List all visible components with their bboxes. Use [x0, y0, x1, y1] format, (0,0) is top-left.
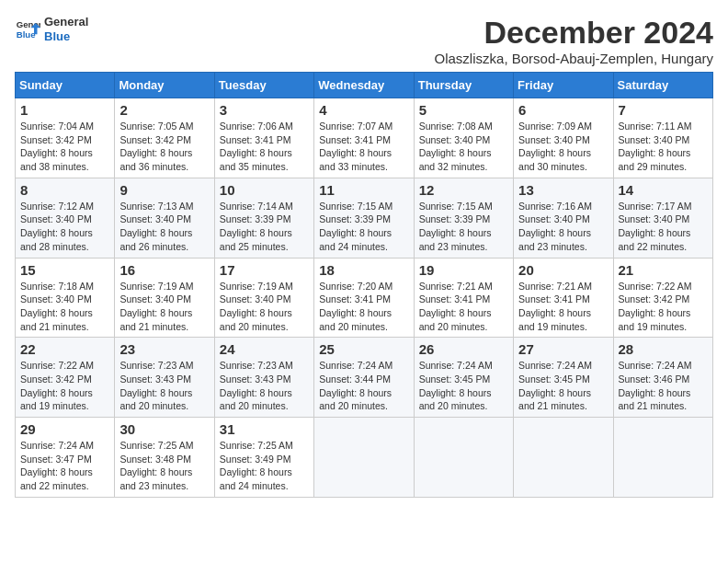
- day-number: 31: [220, 421, 309, 437]
- day-info: Sunrise: 7:15 AM Sunset: 3:39 PM Dayligh…: [419, 201, 493, 252]
- calendar-week-2: 8 Sunrise: 7:12 AM Sunset: 3:40 PM Dayli…: [16, 178, 713, 258]
- calendar-cell: 16 Sunrise: 7:19 AM Sunset: 3:40 PM Dayl…: [115, 258, 214, 338]
- logo-general: General: [44, 15, 88, 29]
- calendar-week-5: 29 Sunrise: 7:24 AM Sunset: 3:47 PM Dayl…: [16, 418, 713, 498]
- day-number: 1: [20, 102, 109, 118]
- day-number: 7: [619, 102, 708, 118]
- calendar-cell: 28 Sunrise: 7:24 AM Sunset: 3:46 PM Dayl…: [613, 338, 712, 418]
- calendar-cell: 3 Sunrise: 7:06 AM Sunset: 3:41 PM Dayli…: [214, 98, 313, 178]
- calendar-cell: 7 Sunrise: 7:11 AM Sunset: 3:40 PM Dayli…: [613, 98, 712, 178]
- calendar-cell: 24 Sunrise: 7:23 AM Sunset: 3:43 PM Dayl…: [214, 338, 313, 418]
- calendar-week-3: 15 Sunrise: 7:18 AM Sunset: 3:40 PM Dayl…: [16, 258, 713, 338]
- calendar-table: SundayMondayTuesdayWednesdayThursdayFrid…: [15, 72, 713, 498]
- day-info: Sunrise: 7:05 AM Sunset: 3:42 PM Dayligh…: [119, 121, 193, 172]
- day-info: Sunrise: 7:24 AM Sunset: 3:45 PM Dayligh…: [419, 360, 493, 411]
- calendar-cell: 23 Sunrise: 7:23 AM Sunset: 3:43 PM Dayl…: [115, 338, 214, 418]
- day-number: 5: [419, 102, 508, 118]
- day-number: 24: [220, 341, 309, 357]
- day-number: 2: [119, 102, 209, 118]
- day-number: 25: [319, 341, 408, 357]
- header-day-saturday: Saturday: [613, 73, 712, 98]
- day-info: Sunrise: 7:09 AM Sunset: 3:40 PM Dayligh…: [518, 121, 592, 172]
- day-info: Sunrise: 7:04 AM Sunset: 3:42 PM Dayligh…: [20, 121, 94, 172]
- day-number: 17: [220, 262, 309, 278]
- calendar-cell: 9 Sunrise: 7:13 AM Sunset: 3:40 PM Dayli…: [115, 178, 214, 258]
- day-number: 13: [518, 182, 608, 198]
- day-number: 3: [220, 102, 309, 118]
- day-number: 27: [518, 341, 608, 357]
- day-number: 16: [119, 262, 209, 278]
- calendar-cell: [613, 418, 712, 498]
- day-number: 19: [419, 262, 508, 278]
- day-info: Sunrise: 7:14 AM Sunset: 3:39 PM Dayligh…: [220, 201, 293, 252]
- calendar-cell: 10 Sunrise: 7:14 AM Sunset: 3:39 PM Dayl…: [214, 178, 313, 258]
- day-number: 8: [20, 182, 109, 198]
- calendar-cell: 4 Sunrise: 7:07 AM Sunset: 3:41 PM Dayli…: [314, 98, 414, 178]
- calendar-cell: 5 Sunrise: 7:08 AM Sunset: 3:40 PM Dayli…: [414, 98, 513, 178]
- calendar-cell: 8 Sunrise: 7:12 AM Sunset: 3:40 PM Dayli…: [16, 178, 115, 258]
- calendar-cell: 27 Sunrise: 7:24 AM Sunset: 3:45 PM Dayl…: [514, 338, 613, 418]
- day-number: 12: [419, 182, 508, 198]
- day-number: 22: [20, 341, 109, 357]
- title-section: December 2024 Olaszliszka, Borsod-Abauj-…: [435, 15, 713, 66]
- day-number: 6: [518, 102, 608, 118]
- calendar-cell: 15 Sunrise: 7:18 AM Sunset: 3:40 PM Dayl…: [16, 258, 115, 338]
- day-info: Sunrise: 7:24 AM Sunset: 3:44 PM Dayligh…: [319, 360, 392, 411]
- svg-text:Blue: Blue: [17, 29, 36, 39]
- calendar-body: 1 Sunrise: 7:04 AM Sunset: 3:42 PM Dayli…: [16, 98, 713, 498]
- day-number: 14: [619, 182, 708, 198]
- calendar-cell: 25 Sunrise: 7:24 AM Sunset: 3:44 PM Dayl…: [314, 338, 414, 418]
- header-day-wednesday: Wednesday: [314, 73, 414, 98]
- calendar-week-1: 1 Sunrise: 7:04 AM Sunset: 3:42 PM Dayli…: [16, 98, 713, 178]
- day-info: Sunrise: 7:08 AM Sunset: 3:40 PM Dayligh…: [419, 121, 493, 172]
- day-info: Sunrise: 7:06 AM Sunset: 3:41 PM Dayligh…: [220, 121, 293, 172]
- day-number: 10: [220, 182, 309, 198]
- calendar-cell: 1 Sunrise: 7:04 AM Sunset: 3:42 PM Dayli…: [16, 98, 115, 178]
- calendar-cell: 13 Sunrise: 7:16 AM Sunset: 3:40 PM Dayl…: [514, 178, 613, 258]
- day-info: Sunrise: 7:12 AM Sunset: 3:40 PM Dayligh…: [20, 201, 94, 252]
- day-info: Sunrise: 7:11 AM Sunset: 3:40 PM Dayligh…: [619, 121, 692, 172]
- day-number: 28: [619, 341, 708, 357]
- calendar-header: SundayMondayTuesdayWednesdayThursdayFrid…: [16, 73, 713, 98]
- header: General Blue General Blue December 2024 …: [15, 15, 713, 66]
- calendar-cell: 19 Sunrise: 7:21 AM Sunset: 3:41 PM Dayl…: [414, 258, 513, 338]
- header-day-monday: Monday: [115, 73, 214, 98]
- day-info: Sunrise: 7:24 AM Sunset: 3:47 PM Dayligh…: [20, 440, 94, 491]
- calendar-cell: 18 Sunrise: 7:20 AM Sunset: 3:41 PM Dayl…: [314, 258, 414, 338]
- day-info: Sunrise: 7:21 AM Sunset: 3:41 PM Dayligh…: [419, 281, 493, 332]
- day-number: 26: [419, 341, 508, 357]
- day-info: Sunrise: 7:25 AM Sunset: 3:48 PM Dayligh…: [119, 440, 193, 491]
- day-number: 29: [20, 421, 109, 437]
- day-info: Sunrise: 7:07 AM Sunset: 3:41 PM Dayligh…: [319, 121, 392, 172]
- day-info: Sunrise: 7:15 AM Sunset: 3:39 PM Dayligh…: [319, 201, 392, 252]
- day-info: Sunrise: 7:20 AM Sunset: 3:41 PM Dayligh…: [319, 281, 392, 332]
- month-title: December 2024: [435, 15, 713, 51]
- calendar-cell: [514, 418, 613, 498]
- day-info: Sunrise: 7:19 AM Sunset: 3:40 PM Dayligh…: [119, 281, 193, 332]
- day-info: Sunrise: 7:19 AM Sunset: 3:40 PM Dayligh…: [220, 281, 293, 332]
- calendar-cell: 21 Sunrise: 7:22 AM Sunset: 3:42 PM Dayl…: [613, 258, 712, 338]
- calendar-cell: [314, 418, 414, 498]
- location-title: Olaszliszka, Borsod-Abauj-Zemplen, Hunga…: [435, 51, 713, 66]
- day-info: Sunrise: 7:24 AM Sunset: 3:45 PM Dayligh…: [518, 360, 592, 411]
- calendar-cell: 26 Sunrise: 7:24 AM Sunset: 3:45 PM Dayl…: [414, 338, 513, 418]
- calendar-cell: 22 Sunrise: 7:22 AM Sunset: 3:42 PM Dayl…: [16, 338, 115, 418]
- calendar-cell: 17 Sunrise: 7:19 AM Sunset: 3:40 PM Dayl…: [214, 258, 313, 338]
- header-day-sunday: Sunday: [16, 73, 115, 98]
- header-day-thursday: Thursday: [414, 73, 513, 98]
- calendar-cell: 6 Sunrise: 7:09 AM Sunset: 3:40 PM Dayli…: [514, 98, 613, 178]
- day-number: 9: [119, 182, 209, 198]
- day-number: 21: [619, 262, 708, 278]
- calendar-cell: [414, 418, 513, 498]
- day-info: Sunrise: 7:18 AM Sunset: 3:40 PM Dayligh…: [20, 281, 94, 332]
- day-info: Sunrise: 7:17 AM Sunset: 3:40 PM Dayligh…: [619, 201, 692, 252]
- day-number: 11: [319, 182, 408, 198]
- calendar-cell: 12 Sunrise: 7:15 AM Sunset: 3:39 PM Dayl…: [414, 178, 513, 258]
- day-info: Sunrise: 7:23 AM Sunset: 3:43 PM Dayligh…: [220, 360, 293, 411]
- day-info: Sunrise: 7:24 AM Sunset: 3:46 PM Dayligh…: [619, 360, 692, 411]
- calendar-week-4: 22 Sunrise: 7:22 AM Sunset: 3:42 PM Dayl…: [16, 338, 713, 418]
- day-info: Sunrise: 7:25 AM Sunset: 3:49 PM Dayligh…: [220, 440, 293, 491]
- day-number: 20: [518, 262, 608, 278]
- header-day-friday: Friday: [514, 73, 613, 98]
- logo-blue: Blue: [44, 29, 70, 43]
